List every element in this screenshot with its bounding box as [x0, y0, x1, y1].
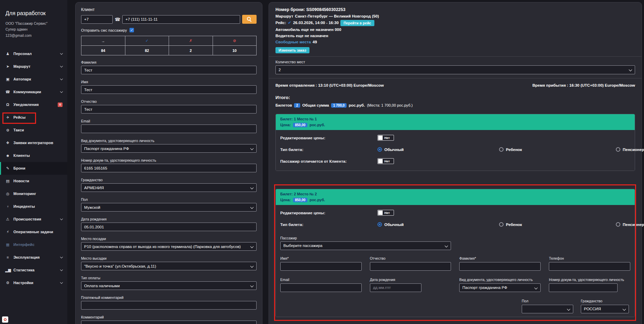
sidebar-item-route[interactable]: ➤ Маршрут	[0, 60, 67, 73]
fleet-icon: ▣	[5, 77, 10, 82]
phone-row: ☎	[81, 15, 257, 24]
sidebar-item-news[interactable]: ▤ Новости	[0, 175, 67, 187]
taxi-icon: ⊙	[5, 128, 10, 132]
citizenship-select[interactable]: АРМЕНИЯ	[81, 183, 257, 192]
sidebar-item-label: Настройки	[13, 281, 33, 285]
price-edit-toggle[interactable]: Нет	[377, 210, 394, 216]
doc-type-value: Паспорт гражданина РФ	[84, 147, 129, 151]
middlename-input[interactable]	[81, 105, 257, 114]
ticket-type-child[interactable]: Ребенок	[499, 147, 616, 152]
ticket-type-adult[interactable]: Обычный	[377, 147, 499, 152]
search-button[interactable]	[242, 15, 257, 24]
chevron-down-icon	[60, 65, 63, 67]
passenger-differs-toggle[interactable]: Нет	[377, 158, 394, 164]
birthdate-label: Дата рождения	[81, 217, 257, 221]
passenger-birthdate-input[interactable]	[370, 283, 421, 292]
sidebar-menu: ♟ Персонал ➤ Маршрут ▣ Автопарк ☎ Коммун…	[0, 47, 67, 289]
price-edit-toggle[interactable]: Нет	[377, 135, 394, 141]
seats-count-select[interactable]: 2	[275, 65, 635, 74]
sidebar-item-integrator-requests[interactable]: ❖ Заявки интеграторов	[0, 137, 67, 149]
clients-icon: ☻	[5, 153, 10, 158]
sidebar-item-operations[interactable]: ≡ Эксплуатация	[0, 251, 67, 264]
radio-label: Ребенок	[506, 148, 522, 152]
phone-input[interactable]	[122, 15, 240, 24]
email-input[interactable]	[81, 125, 257, 133]
sidebar-item-notifications[interactable]: Ω Уведомления 0	[0, 98, 67, 111]
trip-line: Рейс: ✔ 26.03.2026, 14:00 - 16:30 Перейт…	[275, 20, 635, 26]
doc-number-input[interactable]	[81, 164, 257, 172]
chevron-down-icon	[60, 90, 63, 93]
toggle-knob	[378, 136, 383, 140]
doc-type-select[interactable]: Паспорт гражданина РФ	[81, 144, 257, 153]
monitoring-icon: ◎	[5, 192, 10, 196]
doc-number-label: Номер докум-та, удостоверяющего личность	[81, 158, 257, 162]
phone-icon: ☎	[115, 17, 120, 22]
passenger-citizenship-select[interactable]: РОССИЯ	[581, 305, 629, 313]
sidebar-item-label: Оперативные задачи	[13, 230, 53, 234]
sidebar-item-bookings[interactable]: ✎ Брони	[0, 162, 67, 175]
sidebar-item-label: Интерфейс	[13, 242, 34, 247]
ticket-1-title: Билет: 1 Место № 1	[280, 117, 630, 121]
chevron-down-icon	[60, 268, 63, 271]
ticket-type-child[interactable]: Ребенок	[499, 222, 616, 227]
sidebar-item-interface[interactable]: ▦ Интерфейс	[0, 238, 67, 251]
sidebar-item-personal[interactable]: ♟ Персонал	[0, 47, 67, 60]
payment-type-select[interactable]: Оплата наличными	[81, 281, 257, 290]
route-line: Маршрут Санкт-Петербург — Великий Новгор…	[275, 14, 635, 19]
firstname-input[interactable]	[81, 85, 257, 94]
sidebar-item-accidents[interactable]: ⚠ Происшествия	[0, 213, 67, 226]
passenger-middlename-input[interactable]	[370, 262, 451, 271]
sidebar-item-clients[interactable]: ☻ Клиенты	[0, 149, 67, 162]
ticket-type-adult[interactable]: Обычный	[377, 222, 499, 227]
sidebar-item-fleet[interactable]: ▣ Автопарк	[0, 73, 67, 86]
comment-input[interactable]	[81, 321, 257, 324]
passenger-email-input[interactable]	[280, 283, 362, 292]
birthdate-input[interactable]	[81, 223, 257, 231]
interface-icon: ▦	[5, 242, 10, 247]
sms-checkbox[interactable]: ✓	[129, 28, 134, 32]
passenger-firstname-input[interactable]	[280, 262, 362, 271]
ticket-2: Билет: 2 Место № 2 Цена: 850,00 рос.руб.…	[275, 189, 635, 317]
sidebar-item-settings[interactable]: ⚙ Настройки	[0, 277, 67, 289]
passenger-doc-type-select[interactable]: Паспорт гражданина РФ	[459, 283, 541, 292]
sidebar-item-label: Статистика	[13, 268, 35, 272]
ticket-type-pensioner[interactable]: Пенсионер	[616, 222, 644, 227]
sidebar-item-monitoring[interactable]: ◎ Мониторинг	[0, 187, 67, 200]
passenger-select[interactable]: Выберите пассажира	[280, 241, 451, 250]
sidebar-item-operational-tasks[interactable]: ⚡ Оперативные задачи	[0, 226, 67, 238]
passenger-phone-input[interactable]	[549, 262, 630, 271]
sidebar-item-communications[interactable]: ☎ Коммуникации	[0, 86, 67, 98]
citizenship-value: РОССИЯ	[584, 307, 601, 311]
payment-comment-label: Платежный комментарий	[81, 295, 257, 300]
doc-number-label: Номер докум-та, удостоверяющего личность	[549, 278, 630, 282]
ticket-2-body: Редактирование цены: Нет Тип билета: Обы…	[276, 205, 635, 317]
sidebar-item-label: Эксплуатация	[13, 255, 39, 259]
ticket-type-pensioner[interactable]: Пенсионер	[616, 147, 644, 152]
sidebar-item-trips[interactable]: ✈ Рейсы	[0, 111, 67, 124]
passenger-lastname-input[interactable]	[459, 262, 541, 271]
passenger-doc-number-input[interactable]	[549, 283, 618, 292]
sidebar-item-taxi[interactable]: ⊙ Такси	[0, 124, 67, 137]
client-panel: Клиент ☎ Отправить смс пассажиру ✓ → ✓ ✗…	[75, 2, 262, 324]
dropoff-place-select[interactable]: "Вкусно и точка" (ул.Октябрьская, д.11)	[81, 262, 257, 270]
search-icon	[247, 17, 252, 22]
change-order-button[interactable]: Изменить заказ	[275, 47, 309, 53]
total-sum-badge: 1 700,0	[331, 103, 347, 108]
goto-trip-button[interactable]: Перейти в рейс	[340, 20, 374, 26]
boarding-place-select[interactable]: P10 (расположена справа от выхода из нов…	[81, 242, 257, 251]
toggle-knob	[378, 159, 383, 163]
passenger-gender-select[interactable]	[522, 305, 573, 313]
price-badge: 850,00	[293, 198, 308, 202]
lastname-input[interactable]	[81, 66, 257, 74]
sidebar-item-statistics[interactable]: ▂▆ Статистика	[0, 264, 67, 277]
sidebar-item-label: Заявки интеграторов	[13, 141, 53, 145]
gender-label: Пол	[81, 197, 257, 202]
free-seats-link[interactable]: Свободные места	[275, 40, 311, 45]
settings-gear-icon: ⚙	[5, 281, 10, 285]
gender-select[interactable]: Мужской	[81, 203, 257, 212]
sidebar-item-incidents[interactable]: ♀ Инциденты	[0, 200, 67, 213]
toggle-label: Нет	[384, 136, 390, 140]
price-currency: рос.руб.	[309, 198, 325, 202]
payment-comment-input[interactable]	[81, 301, 257, 310]
phone-prefix-input[interactable]	[81, 15, 113, 24]
